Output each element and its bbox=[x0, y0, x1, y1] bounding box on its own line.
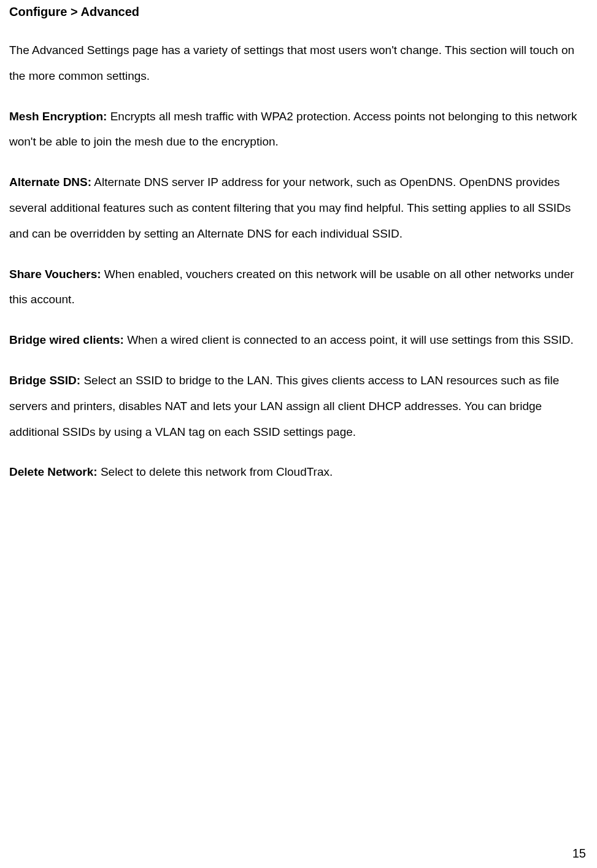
setting-description: Select an SSID to bridge to the LAN. Thi… bbox=[9, 374, 559, 438]
setting-item-alternate-dns: Alternate DNS: Alternate DNS server IP a… bbox=[9, 169, 588, 246]
setting-label: Bridge SSID: bbox=[9, 374, 80, 387]
page-number: 15 bbox=[572, 847, 586, 861]
setting-item-bridge-wired-clients: Bridge wired clients: When a wired clien… bbox=[9, 327, 588, 353]
setting-item-mesh-encryption: Mesh Encryption: Encrypts all mesh traff… bbox=[9, 104, 588, 155]
setting-item-share-vouchers: Share Vouchers: When enabled, vouchers c… bbox=[9, 262, 588, 313]
setting-label: Bridge wired clients: bbox=[9, 333, 124, 346]
setting-description: Alternate DNS server IP address for your… bbox=[9, 176, 571, 240]
page-heading: Configure > Advanced bbox=[9, 5, 588, 19]
setting-label: Share Vouchers: bbox=[9, 268, 101, 281]
intro-paragraph: The Advanced Settings page has a variety… bbox=[9, 37, 588, 89]
setting-label: Delete Network: bbox=[9, 465, 98, 478]
setting-description: When a wired client is connected to an a… bbox=[124, 333, 574, 346]
setting-label: Mesh Encryption: bbox=[9, 110, 107, 123]
setting-item-bridge-ssid: Bridge SSID: Select an SSID to bridge to… bbox=[9, 368, 588, 444]
setting-item-delete-network: Delete Network: Select to delete this ne… bbox=[9, 459, 588, 485]
setting-label: Alternate DNS: bbox=[9, 176, 91, 188]
document-page: Configure > Advanced The Advanced Settin… bbox=[0, 0, 597, 485]
setting-description: Select to delete this network from Cloud… bbox=[98, 465, 333, 478]
